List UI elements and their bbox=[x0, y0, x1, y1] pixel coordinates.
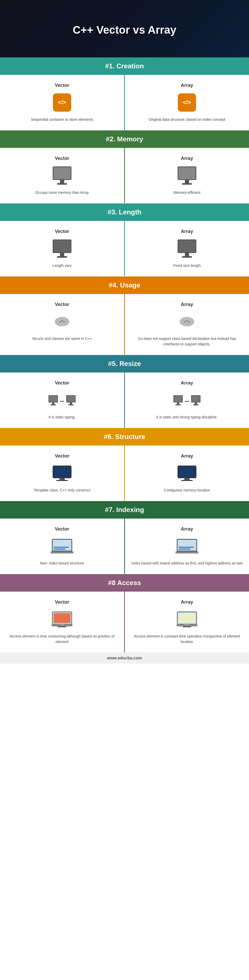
array-creation-text: Original data structure, based on index … bbox=[149, 117, 225, 123]
vector-creation-label: Vector bbox=[55, 83, 69, 88]
desktop-monitor-icon-3 bbox=[53, 239, 71, 258]
section-memory: #2. Memory Vector Occupy more memory tha… bbox=[0, 130, 249, 204]
svg-rect-7 bbox=[59, 478, 65, 480]
vector-structure-text: Template class, C++ only construct bbox=[33, 487, 90, 493]
header: C++ Vector vs Array bbox=[0, 0, 249, 57]
section-structure: #6. Structure Vector Template class, C++… bbox=[0, 428, 249, 501]
section-header-usage: #4. Usage bbox=[0, 277, 249, 294]
section-header-resize: #5. Resize bbox=[0, 355, 249, 372]
code-brackets-icon: </> bbox=[53, 93, 71, 111]
section-header-indexing: #7. Indexing bbox=[0, 501, 249, 519]
vector-length-cell: Vector Length vary bbox=[0, 221, 125, 276]
vector-length-icon bbox=[52, 238, 73, 259]
comparison-row-usage: Vector Structs and classes are same in C… bbox=[0, 294, 249, 355]
array-creation-label: Array bbox=[181, 83, 193, 88]
vector-usage-icon bbox=[52, 311, 73, 332]
array-indexing-label: Array bbox=[181, 527, 193, 532]
array-memory-cell: Array Memory-efficient bbox=[125, 148, 249, 203]
footer: www.educba.com bbox=[0, 653, 249, 663]
cloud-refresh-icon bbox=[53, 314, 71, 329]
section-header-creation: #1. Creation bbox=[0, 57, 249, 75]
section-usage: #4. Usage Vector Structs and classes are… bbox=[0, 277, 249, 355]
vector-usage-cell: Vector Structs and classes are same in C… bbox=[0, 294, 125, 355]
laptop-lines-icon bbox=[51, 539, 73, 554]
vector-structure-icon bbox=[52, 463, 73, 484]
network-pair-icon-2 bbox=[173, 395, 200, 406]
cloud-refresh-icon-2 bbox=[178, 314, 196, 329]
header-title: C++ Vector vs Array bbox=[73, 24, 176, 36]
array-access-cell: Array Access element is constant time op… bbox=[125, 592, 249, 652]
section-access: #8 Access Vector Access element is time … bbox=[0, 574, 249, 653]
array-resize-icon bbox=[176, 390, 197, 410]
laptop-lines-icon-2 bbox=[176, 539, 198, 554]
array-indexing-cell: Array Index based with lowest address as… bbox=[125, 519, 249, 574]
vector-usage-label: Vector bbox=[55, 302, 69, 307]
monitor-blue-screen-icon bbox=[52, 465, 73, 481]
vector-access-text: Access element is time consuming althoug… bbox=[5, 633, 119, 644]
desktop-monitor-icon-4 bbox=[178, 239, 196, 258]
svg-rect-15 bbox=[59, 624, 65, 625]
array-creation-cell: Array </> Original data structure, based… bbox=[125, 75, 249, 130]
array-length-icon bbox=[176, 238, 197, 259]
vector-indexing-label: Vector bbox=[55, 527, 69, 532]
array-usage-text: Go does not support class based declarat… bbox=[130, 336, 244, 347]
section-length: #3. Length Vector Length vary Array bbox=[0, 204, 249, 277]
vector-memory-icon bbox=[52, 165, 73, 186]
svg-rect-6 bbox=[53, 466, 71, 478]
network-pair-icon bbox=[49, 395, 76, 406]
array-memory-text: Memory-efficient bbox=[173, 190, 200, 196]
svg-rect-18 bbox=[179, 613, 195, 623]
comparison-row-length: Vector Length vary Array Fixed size leng… bbox=[0, 221, 249, 277]
vector-length-label: Vector bbox=[55, 229, 69, 234]
vector-indexing-cell: Vector Non- index based structure bbox=[0, 519, 125, 574]
laptop-colored-icon-2 bbox=[176, 611, 197, 628]
array-resize-label: Array bbox=[181, 380, 193, 386]
footer-text: www.educba.com bbox=[107, 656, 142, 660]
vector-resize-cell: Vector It is static typing. bbox=[0, 372, 125, 428]
array-access-text: Access element is constant time operatio… bbox=[130, 633, 244, 644]
monitor-blue-screen-icon-2 bbox=[176, 465, 197, 481]
section-resize: #5. Resize Vector bbox=[0, 355, 249, 428]
array-resize-text: It is static and strong typing disciplin… bbox=[156, 415, 217, 420]
comparison-row-resize: Vector It is static typing. bbox=[0, 372, 249, 428]
vector-indexing-text: Non- index based structure bbox=[40, 560, 84, 566]
vector-memory-cell: Vector Occupy more memory than Array bbox=[0, 148, 125, 203]
vector-access-icon bbox=[52, 609, 73, 630]
svg-rect-8 bbox=[56, 480, 68, 481]
desktop-monitor-icon bbox=[53, 166, 71, 185]
vector-usage-text: Structs and classes are same in C++ bbox=[32, 336, 92, 342]
array-indexing-text: Index based with lowest address as first… bbox=[132, 560, 243, 566]
svg-rect-21 bbox=[183, 626, 191, 627]
comparison-row-structure: Vector Template class, C++ only construc… bbox=[0, 445, 249, 501]
array-length-text: Fixed size length bbox=[173, 263, 200, 269]
comparison-row-creation: Vector </> Sequential container to store… bbox=[0, 75, 249, 130]
svg-rect-16 bbox=[58, 626, 67, 627]
vector-structure-cell: Vector Template class, C++ only construc… bbox=[0, 445, 125, 501]
array-usage-icon bbox=[176, 311, 197, 332]
section-header-structure: #6. Structure bbox=[0, 428, 249, 445]
vector-memory-text: Occupy more memory than Array bbox=[35, 190, 89, 196]
array-creation-icon: </> bbox=[176, 92, 197, 113]
section-indexing: #7. Indexing Vector Non- index based str… bbox=[0, 501, 249, 574]
section-header-length: #3. Length bbox=[0, 204, 249, 221]
array-structure-label: Array bbox=[181, 453, 193, 459]
vector-creation-icon: </> bbox=[52, 92, 73, 113]
vector-indexing-icon bbox=[52, 536, 73, 557]
array-structure-text: Contiguous memory location bbox=[164, 487, 210, 493]
array-usage-cell: Array Go does not support class based de… bbox=[125, 294, 249, 355]
vector-creation-cell: Vector </> Sequential container to store… bbox=[0, 75, 125, 130]
svg-rect-10 bbox=[184, 478, 190, 480]
svg-rect-9 bbox=[178, 466, 196, 478]
comparison-row-access: Vector Access element is time consuming … bbox=[0, 592, 249, 653]
array-length-cell: Array Fixed size length bbox=[125, 221, 249, 276]
vector-access-cell: Vector Access element is time consuming … bbox=[0, 592, 125, 652]
array-memory-icon bbox=[176, 165, 197, 186]
desktop-monitor-icon-2 bbox=[178, 166, 196, 185]
comparison-row-memory: Vector Occupy more memory than Array Arr… bbox=[0, 148, 249, 204]
vector-structure-label: Vector bbox=[55, 453, 69, 459]
array-length-label: Array bbox=[181, 229, 193, 234]
array-access-label: Array bbox=[181, 600, 193, 605]
array-memory-label: Array bbox=[181, 156, 193, 161]
array-structure-cell: Array Contiguous memory location bbox=[125, 445, 249, 501]
array-usage-label: Array bbox=[181, 302, 193, 307]
